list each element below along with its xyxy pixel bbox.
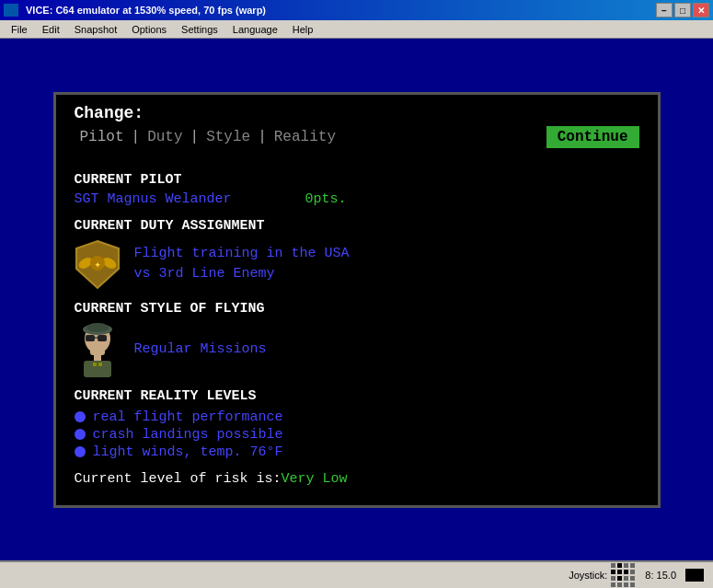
minimize-button[interactable]: − — [656, 3, 673, 17]
continue-button[interactable]: Continue — [546, 126, 639, 148]
reality-items: real flight performance crash landings p… — [75, 409, 639, 460]
pilot-points: 0pts. — [305, 191, 347, 207]
duty-section-title: CURRENT DUTY ASSIGNMENT — [75, 218, 639, 234]
tab-pilot[interactable]: Pilot — [75, 127, 130, 147]
menu-language[interactable]: Language — [225, 22, 285, 37]
change-label: Change: — [75, 104, 144, 122]
change-header: Change: — [56, 95, 658, 122]
pilot-name: SGT Magnus Welander — [75, 191, 232, 207]
reality-section-title: CURRENT REALITY LEVELS — [75, 388, 639, 404]
title-bar: VICE: C64 emulator at 1530% speed, 70 fp… — [0, 0, 713, 20]
svg-rect-7 — [98, 335, 107, 341]
menu-help[interactable]: Help — [285, 22, 321, 37]
risk-value: Very Low — [282, 471, 348, 487]
pilot-section-title: CURRENT PILOT — [75, 172, 639, 188]
svg-text:✦: ✦ — [94, 259, 100, 271]
risk-label: Current level of risk is: — [75, 471, 282, 487]
reality-item-2: light winds, temp. 76°F — [75, 444, 639, 460]
maximize-button[interactable]: □ — [674, 3, 691, 17]
style-row: Regular Missions — [75, 322, 639, 377]
status-bar: Joystick: 8: 15.0 — [0, 560, 713, 588]
tab-duty[interactable]: Duty — [142, 127, 188, 147]
svg-rect-13 — [84, 361, 111, 377]
joystick-grid — [611, 563, 636, 588]
title-bar-text: VICE: C64 emulator at 1530% speed, 70 fp… — [26, 5, 266, 16]
game-screen: Change: Pilot | Duty | Style | Reality C… — [53, 92, 661, 508]
menu-file[interactable]: File — [4, 22, 35, 37]
menu-snapshot[interactable]: Snapshot — [67, 22, 124, 37]
app-icon — [4, 4, 18, 17]
reality-text-0: real flight performance — [93, 409, 283, 425]
black-square-indicator — [685, 569, 704, 582]
style-section-title: CURRENT STYLE OF FLYING — [75, 301, 639, 317]
duty-row: ✦ Flight training in the USA vs 3rd Line… — [75, 239, 639, 290]
joystick-indicator: Joystick: — [569, 563, 636, 588]
menu-options[interactable]: Options — [124, 22, 174, 37]
risk-line: Current level of risk is:Very Low — [75, 471, 639, 487]
reality-item-1: crash landings possible — [75, 427, 639, 443]
tab-style[interactable]: Style — [201, 127, 256, 147]
title-buttons: − □ ✕ — [656, 3, 709, 17]
version-text: 8: 15.0 — [645, 570, 676, 581]
joystick-label: Joystick: — [569, 570, 607, 581]
bullet-icon-0 — [75, 411, 86, 422]
svg-rect-6 — [86, 335, 95, 341]
main-area: Change: Pilot | Duty | Style | Reality C… — [0, 39, 713, 560]
bullet-icon-2 — [75, 446, 86, 457]
reality-item-0: real flight performance — [75, 409, 639, 425]
close-button[interactable]: ✕ — [693, 3, 709, 17]
svg-rect-15 — [98, 363, 102, 366]
pilot-avatar-icon — [75, 322, 121, 377]
nav-tabs: Pilot | Duty | Style | Reality Continue — [56, 122, 658, 152]
reality-text-2: light winds, temp. 76°F — [93, 444, 283, 460]
duty-line1: Flight training in the USA — [134, 244, 350, 265]
game-content: CURRENT PILOT SGT Magnus Welander 0pts. … — [56, 152, 658, 505]
menu-bar: File Edit Snapshot Options Settings Lang… — [0, 20, 713, 39]
duty-badge-icon: ✦ — [75, 239, 121, 290]
tab-reality[interactable]: Reality — [269, 127, 341, 147]
duty-line2: vs 3rd Line Enemy — [134, 264, 350, 285]
reality-text-1: crash landings possible — [93, 427, 283, 443]
style-text: Regular Missions — [134, 341, 267, 357]
svg-rect-12 — [94, 353, 101, 361]
bullet-icon-1 — [75, 429, 86, 440]
menu-settings[interactable]: Settings — [174, 22, 225, 37]
menu-edit[interactable]: Edit — [35, 22, 67, 37]
svg-point-10 — [86, 323, 109, 332]
svg-rect-14 — [93, 363, 97, 366]
